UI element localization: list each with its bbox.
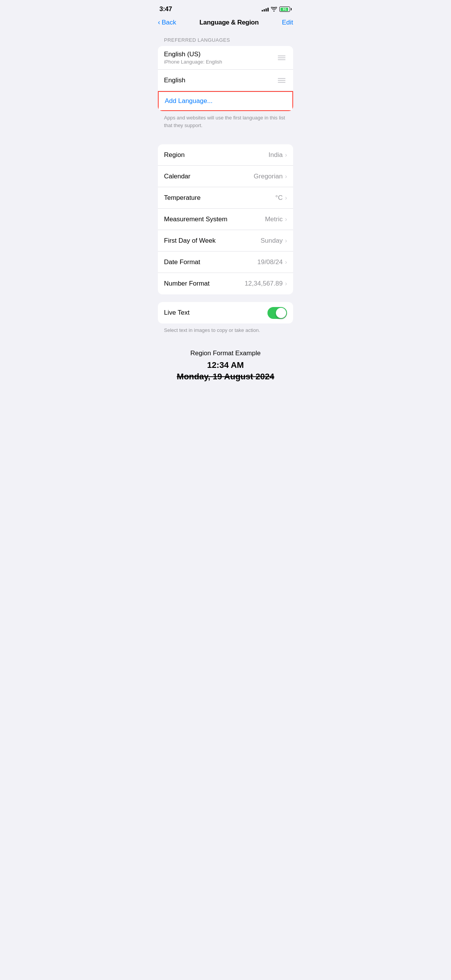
measurement-chevron-icon: ›: [285, 216, 287, 223]
number-format-chevron-icon: ›: [285, 280, 287, 287]
region-format-title: Region Format Example: [158, 350, 293, 357]
region-settings-card: Region India › Calendar Gregorian › Temp…: [158, 144, 293, 294]
calendar-row[interactable]: Calendar Gregorian ›: [158, 166, 293, 187]
temperature-label: Temperature: [164, 194, 200, 202]
english-title: English: [164, 77, 185, 84]
calendar-value: Gregorian: [254, 173, 283, 180]
add-language-label: Add Language...: [165, 97, 213, 105]
temperature-row[interactable]: Temperature °C ›: [158, 187, 293, 209]
first-day-chevron-icon: ›: [285, 237, 287, 244]
signal-icon: [262, 7, 269, 11]
page-title: Language & Region: [199, 19, 259, 26]
first-day-label: First Day of Week: [164, 237, 216, 245]
measurement-value: Metric: [265, 216, 282, 223]
english-us-row[interactable]: English (US) iPhone Language: English: [158, 46, 293, 70]
live-text-row[interactable]: Live Text: [158, 302, 293, 323]
first-day-value: Sunday: [261, 237, 283, 245]
region-value-group: India ›: [269, 151, 287, 159]
number-format-value: 12,34,567.89: [244, 280, 282, 287]
languages-card: English (US) iPhone Language: English En…: [158, 46, 293, 111]
first-day-value-group: Sunday ›: [261, 237, 287, 245]
english-us-subtitle: iPhone Language: English: [164, 59, 222, 65]
region-format-date: Monday, 19 August 2024: [158, 372, 293, 382]
region-format-time: 12:34 AM: [158, 360, 293, 370]
battery-icon: 91: [279, 7, 292, 12]
status-bar: 3:47 91: [150, 0, 301, 15]
number-format-label: Number Format: [164, 280, 210, 287]
number-format-row[interactable]: Number Format 12,34,567.89 ›: [158, 273, 293, 294]
back-chevron-icon: ‹: [158, 18, 160, 26]
region-value: India: [269, 151, 283, 159]
english-us-title: English (US): [164, 51, 222, 58]
live-text-toggle[interactable]: [267, 307, 287, 319]
date-format-row[interactable]: Date Format 19/08/24 ›: [158, 252, 293, 273]
english-us-info: English (US) iPhone Language: English: [164, 51, 222, 65]
temperature-value-group: °C ›: [276, 194, 287, 202]
date-format-value: 19/08/24: [257, 258, 282, 266]
region-format-section: Region Format Example 12:34 AM Monday, 1…: [150, 342, 301, 385]
status-time: 3:47: [159, 5, 172, 13]
live-text-card: Live Text: [158, 302, 293, 323]
calendar-value-group: Gregorian ›: [254, 173, 287, 180]
edit-button[interactable]: Edit: [282, 19, 293, 26]
status-icons: 91: [262, 7, 292, 12]
measurement-value-group: Metric ›: [265, 216, 287, 223]
temperature-value: °C: [276, 194, 283, 202]
date-format-label: Date Format: [164, 258, 200, 266]
drag-handle-english-us: [276, 54, 287, 62]
back-label: Back: [162, 19, 176, 26]
toggle-knob: [276, 308, 286, 318]
region-label: Region: [164, 151, 185, 159]
drag-handle-english: [276, 77, 287, 84]
measurement-label: Measurement System: [164, 216, 227, 223]
nav-bar: ‹ Back Language & Region Edit: [150, 15, 301, 31]
live-text-label: Live Text: [164, 309, 190, 317]
measurement-row[interactable]: Measurement System Metric ›: [158, 209, 293, 230]
languages-footer: Apps and websites will use the first lan…: [150, 111, 301, 137]
english-info: English: [164, 77, 185, 84]
temperature-chevron-icon: ›: [285, 194, 287, 201]
english-row[interactable]: English: [158, 70, 293, 91]
add-language-row[interactable]: Add Language...: [158, 91, 293, 111]
back-button[interactable]: ‹ Back: [158, 18, 176, 26]
number-format-value-group: 12,34,567.89 ›: [244, 280, 287, 287]
date-format-value-group: 19/08/24 ›: [257, 258, 287, 266]
region-chevron-icon: ›: [285, 152, 287, 158]
preferred-languages-label: PREFERRED LANGUAGES: [150, 37, 301, 46]
live-text-footer: Select text in images to copy or take ac…: [150, 323, 301, 342]
calendar-label: Calendar: [164, 173, 190, 180]
date-format-chevron-icon: ›: [285, 259, 287, 266]
first-day-row[interactable]: First Day of Week Sunday ›: [158, 230, 293, 252]
wifi-icon: [271, 7, 277, 11]
calendar-chevron-icon: ›: [285, 173, 287, 180]
region-row[interactable]: Region India ›: [158, 144, 293, 166]
